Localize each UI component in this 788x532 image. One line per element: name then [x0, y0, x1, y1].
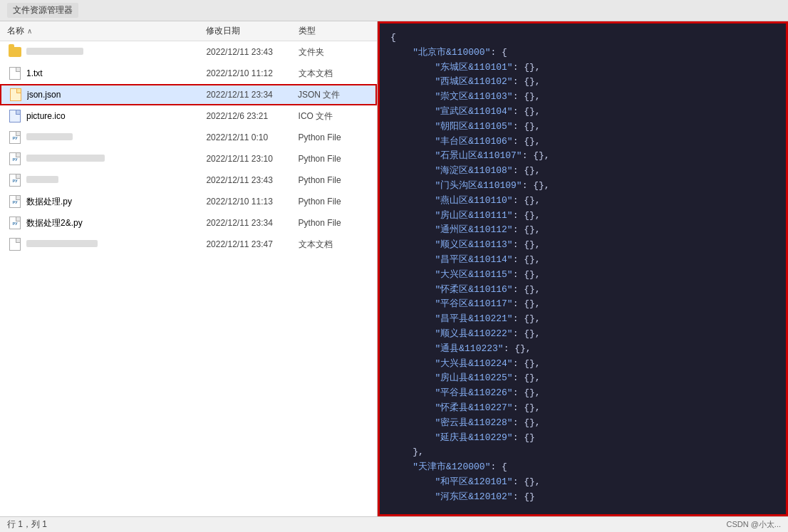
file-date: 2022/12/11 23:10 — [206, 154, 298, 164]
code-line: "门头沟区&110109": {}, — [390, 179, 775, 194]
code-line: "丰台区&110106": {}, — [390, 135, 775, 150]
code-line: "房山县&110225": {}, — [390, 371, 775, 386]
code-line: "昌平县&110221": {}, — [390, 312, 775, 327]
code-line: "河东区&120102": {} — [390, 490, 775, 505]
py-icon: py — [8, 194, 22, 209]
file-list: 2022/12/11 23:43文件夹1.txt2022/12/10 11:12… — [0, 41, 377, 516]
status-right: CSDN @小太... — [726, 519, 781, 530]
main-content: 名称 ∧ 修改日期 类型 2022/12/11 23:43文件夹1.txt202… — [0, 21, 788, 516]
file-type: ICO 文件 — [299, 110, 369, 122]
py-icon: py — [8, 130, 22, 145]
code-line: "通州区&110112": {}, — [390, 223, 775, 238]
file-date: 2022/12/11 23:34 — [206, 90, 298, 100]
file-row[interactable]: py数据处理2&.py2022/12/11 23:34Python File — [0, 212, 377, 234]
code-line: "怀柔区&110116": {}, — [390, 283, 775, 298]
code-line: "平谷区&110117": {}, — [390, 297, 775, 312]
py-icon: py — [8, 152, 22, 166]
file-row[interactable]: py2022/12/11 0:10Python File — [0, 127, 377, 148]
file-type: Python File — [299, 175, 369, 185]
json-icon — [9, 88, 23, 102]
file-row[interactable]: json.json2022/12/11 23:34JSON 文件 — [0, 84, 377, 105]
file-name — [26, 132, 206, 142]
file-name — [26, 175, 206, 185]
status-bar: 行 1，列 1 CSDN @小太... — [0, 516, 788, 532]
code-line: "东城区&110101": {}, — [390, 61, 775, 75]
cursor-position: 行 1，列 1 — [7, 518, 47, 531]
file-date: 2022/12/11 23:43 — [206, 175, 298, 185]
code-line: "燕山区&110110": {}, — [390, 194, 775, 209]
csdn-label: CSDN @小太... — [726, 520, 781, 528]
py-icon: py — [8, 173, 22, 187]
column-type[interactable]: 类型 — [299, 25, 370, 37]
code-line: "石景山区&110107": {}, — [390, 149, 775, 164]
file-date: 2022/12/11 0:10 — [206, 132, 298, 142]
file-row[interactable]: 2022/12/11 23:47文本文档 — [0, 234, 377, 255]
code-line: "怀柔县&110227": {}, — [390, 401, 775, 416]
code-line: "昌平区&110114": {}, — [390, 253, 775, 268]
title-bar: 文件资源管理器 — [0, 0, 788, 21]
ico-icon — [8, 109, 22, 123]
py-icon: py — [8, 216, 22, 230]
file-type: Python File — [299, 132, 369, 142]
column-name[interactable]: 名称 ∧ — [7, 25, 206, 37]
code-line: "平谷县&110226": {}, — [390, 386, 775, 401]
code-line: "崇文区&110103": {}, — [390, 90, 775, 105]
file-type: Python File — [299, 154, 369, 164]
file-name: 数据处理2&.py — [26, 217, 206, 229]
file-date: 2022/12/11 23:34 — [206, 218, 298, 228]
file-row[interactable]: 2022/12/11 23:43文件夹 — [0, 41, 377, 63]
file-type: 文本文档 — [299, 239, 369, 251]
file-row[interactable]: picture.ico2022/12/6 23:21ICO 文件 — [0, 105, 377, 127]
file-name: picture.ico — [26, 111, 206, 121]
column-date[interactable]: 修改日期 — [206, 25, 299, 37]
file-row[interactable]: py2022/12/11 23:10Python File — [0, 148, 377, 169]
code-line: { — [390, 31, 775, 46]
code-line: "宣武区&110104": {}, — [390, 105, 775, 120]
code-line: "房山区&110111": {}, — [390, 209, 775, 224]
status-left: 行 1，列 1 — [7, 518, 47, 531]
file-explorer: 名称 ∧ 修改日期 类型 2022/12/11 23:43文件夹1.txt202… — [0, 21, 378, 516]
file-name: 数据处理.py — [26, 196, 206, 208]
file-date: 2022/12/10 11:12 — [206, 68, 298, 78]
file-date: 2022/12/10 11:13 — [206, 197, 298, 207]
file-date: 2022/12/11 23:43 — [206, 47, 298, 57]
txt-icon — [8, 66, 22, 80]
file-type: 文件夹 — [299, 46, 369, 58]
file-name — [26, 239, 206, 249]
sort-arrow-icon: ∧ — [27, 27, 32, 35]
code-line: "通县&110223": {}, — [390, 342, 775, 357]
file-type: 文本文档 — [299, 68, 369, 80]
file-name — [26, 47, 206, 57]
code-line: "延庆县&110229": {} — [390, 431, 775, 446]
code-line: "密云县&110228": {}, — [390, 416, 775, 431]
file-date: 2022/12/6 23:21 — [206, 111, 298, 121]
code-line: "大兴区&110115": {}, — [390, 268, 775, 283]
file-row[interactable]: py2022/12/11 23:43Python File — [0, 169, 377, 191]
file-name: 1.txt — [26, 68, 206, 78]
file-row[interactable]: py数据处理.py2022/12/10 11:13Python File — [0, 191, 377, 212]
file-name: json.json — [27, 90, 206, 100]
code-line: "朝阳区&110105": {}, — [390, 120, 775, 135]
code-line: "北京市&110000": { — [390, 46, 775, 61]
file-type: Python File — [299, 218, 369, 228]
file-row[interactable]: 1.txt2022/12/10 11:12文本文档 — [0, 63, 377, 84]
file-date: 2022/12/11 23:47 — [206, 239, 298, 249]
column-headers: 名称 ∧ 修改日期 类型 — [0, 21, 377, 41]
code-line: }, — [390, 445, 775, 460]
code-line: "天津市&120000": { — [390, 460, 775, 475]
file-type: Python File — [299, 197, 369, 207]
code-panel: { "北京市&110000": { "东城区&110101": {}, "西城区… — [378, 21, 788, 516]
code-line: "顺义区&110113": {}, — [390, 238, 775, 253]
file-name — [26, 154, 206, 164]
code-line: "海淀区&110108": {}, — [390, 164, 775, 179]
code-line: "和平区&120101": {}, — [390, 475, 775, 490]
code-line: "西城区&110102": {}, — [390, 75, 775, 90]
code-line: "顺义县&110222": {}, — [390, 327, 775, 342]
txt-icon — [8, 237, 22, 251]
title-text: 文件资源管理器 — [7, 3, 78, 18]
code-line: "大兴县&110224": {}, — [390, 357, 775, 372]
code-content[interactable]: { "北京市&110000": { "东城区&110101": {}, "西城区… — [380, 24, 786, 514]
file-type: JSON 文件 — [298, 89, 368, 101]
folder-icon — [8, 45, 22, 59]
